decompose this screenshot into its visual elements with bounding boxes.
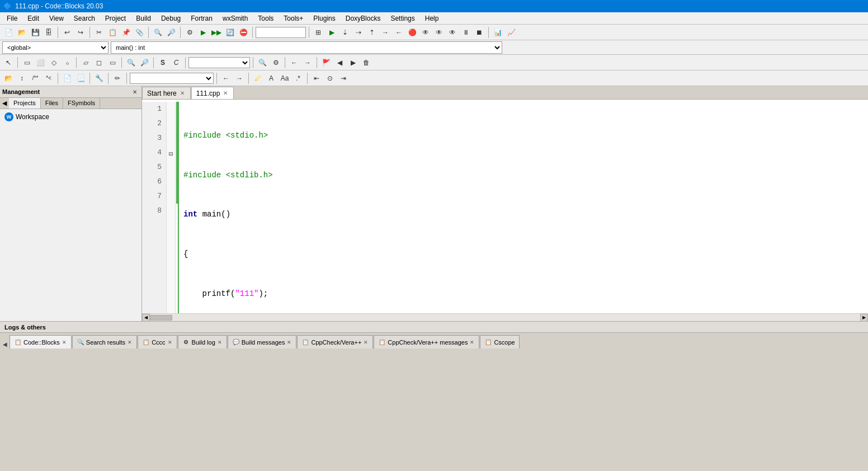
menu-tools-plus[interactable]: Tools+ <box>279 13 308 23</box>
codeblocks-close[interactable]: ✕ <box>62 340 67 345</box>
rect5-btn[interactable]: ▭ <box>106 56 119 69</box>
cccc-close[interactable]: ✕ <box>167 340 173 345</box>
bottom-tab-cccc[interactable]: 📋 Cccc ✕ <box>138 335 177 348</box>
rebuild-button[interactable]: 🔄 <box>224 26 236 39</box>
build-target-select[interactable] <box>256 27 306 38</box>
fold-4[interactable]: ⊟ <box>167 147 175 161</box>
debug-prev-btn[interactable]: ← <box>393 26 405 39</box>
menu-edit[interactable]: Edit <box>23 13 44 23</box>
new-button[interactable]: 📄 <box>2 26 15 39</box>
debug-layout-btn[interactable]: ⊞ <box>312 26 324 39</box>
bold-s-btn[interactable]: S <box>157 56 169 69</box>
copy-button[interactable]: 📋 <box>106 26 119 39</box>
mgmt-tab-files[interactable]: Files <box>41 98 63 109</box>
stop-debug-btn[interactable]: ⏹ <box>473 26 485 39</box>
code-complete-select[interactable] <box>188 57 250 68</box>
rect3-btn[interactable]: ▱ <box>79 56 92 69</box>
style1-btn[interactable]: A <box>265 72 277 84</box>
code-content[interactable]: #include <stdio.h> #include <stdlib.h> i… <box>179 102 868 313</box>
scroll-thumb[interactable] <box>150 315 172 321</box>
debug-step-out-btn[interactable]: ⇡ <box>366 26 378 39</box>
scroll-right[interactable]: ▶ <box>860 314 868 322</box>
bookmark-clear-btn[interactable]: 🗑 <box>360 56 372 69</box>
bookmark-btn[interactable]: 🚩 <box>320 56 332 69</box>
search-results-close[interactable]: ✕ <box>127 340 133 345</box>
code-search-btn[interactable]: 🔍 <box>256 56 268 69</box>
rect-btn[interactable]: ▭ <box>21 56 33 69</box>
extra-select[interactable] <box>130 73 214 84</box>
stop-button[interactable]: ⛔ <box>237 26 249 39</box>
save-all-button[interactable]: 🗄 <box>43 26 55 39</box>
draw-btn[interactable]: ✏ <box>111 72 124 84</box>
bottom-tab-search[interactable]: 🔍 Search results ✕ <box>72 335 137 348</box>
bottom-tab-buildlog[interactable]: ⚙ Build log ✕ <box>178 335 227 348</box>
menu-plugins[interactable]: Plugins <box>309 13 339 23</box>
mgmt-tab-fsymbols[interactable]: FSymbols <box>63 98 100 109</box>
open-button[interactable]: 📂 <box>16 26 28 39</box>
highlight-btn[interactable]: 🖊 <box>252 72 264 84</box>
bottom-tab-codeblocks[interactable]: 📋 Code::Blocks ✕ <box>10 335 72 348</box>
debug-play-btn[interactable]: ▶ <box>326 26 338 39</box>
jump-btn[interactable]: ↕ <box>16 72 28 84</box>
italic-c-btn[interactable]: C <box>170 56 182 69</box>
bottom-tab-buildmsg[interactable]: 💬 Build messages ✕ <box>228 335 297 348</box>
plugin1-btn[interactable]: 📊 <box>492 26 504 39</box>
buildlog-close[interactable]: ✕ <box>217 340 223 345</box>
nav-right-btn[interactable]: ⇥ <box>337 72 350 84</box>
find-button[interactable]: 🔍 <box>152 26 164 39</box>
nav-back-btn[interactable]: ← <box>288 56 300 69</box>
run-button[interactable]: ▶ <box>197 26 209 39</box>
menu-wxsmith[interactable]: wxSmith <box>218 13 252 23</box>
bottom-tab-cscope[interactable]: 📋 Cscope <box>480 335 519 348</box>
page-btn[interactable]: 📄 <box>61 72 73 84</box>
bottom-tab-cppcheck[interactable]: 📋 CppCheck/Vera++ ✕ <box>297 335 373 348</box>
indent-btn[interactable]: ⇤ <box>310 72 323 84</box>
cppcheck-msg-close[interactable]: ✕ <box>469 340 475 345</box>
mgmt-tab-prev[interactable]: ◀ <box>0 98 9 109</box>
comment2-btn[interactable]: *< <box>43 72 55 84</box>
debug-next-btn[interactable]: → <box>379 26 391 39</box>
settings-btn2[interactable]: ⚙ <box>183 26 196 39</box>
menu-fortran[interactable]: Fortran <box>186 13 217 23</box>
arrow-left-btn[interactable]: ← <box>220 72 232 84</box>
save-button[interactable]: 💾 <box>29 26 41 39</box>
mgmt-tab-projects[interactable]: Projects <box>9 98 41 109</box>
diamond2-btn[interactable]: ⬦ <box>61 56 73 69</box>
page2-btn[interactable]: 📃 <box>74 72 87 84</box>
bottom-tab-cppcheck-msg[interactable]: 📋 CppCheck/Vera++ messages ✕ <box>374 335 479 348</box>
menu-doxyblocks[interactable]: DoxyBlocks <box>341 13 385 23</box>
undo-button[interactable]: ↩ <box>61 26 73 39</box>
management-close-btn[interactable]: ✕ <box>130 87 139 96</box>
watch3-btn[interactable]: 👁 <box>446 26 459 39</box>
tab-111cpp[interactable]: 111.cpp ✕ <box>191 87 234 99</box>
menu-search[interactable]: Search <box>69 13 100 23</box>
workspace-item[interactable]: W Workspace <box>2 111 139 123</box>
scope-right-select[interactable]: main() : int <box>111 41 502 54</box>
watch2-btn[interactable]: 👁 <box>433 26 445 39</box>
menu-debug[interactable]: Debug <box>157 13 185 23</box>
wrench-btn[interactable]: 🔧 <box>93 72 105 84</box>
zoom-out-btn[interactable]: 🔎 <box>138 56 150 69</box>
tab-start-here-close[interactable]: ✕ <box>179 90 186 97</box>
tab-start-here[interactable]: Start here ✕ <box>142 87 191 99</box>
find-next-button[interactable]: 🔎 <box>165 26 177 39</box>
debug-step-over-btn[interactable]: ⇢ <box>352 26 365 39</box>
diamond-btn[interactable]: ◇ <box>48 56 60 69</box>
menu-file[interactable]: File <box>2 13 22 23</box>
menu-help[interactable]: Help <box>421 13 444 23</box>
build-run-button[interactable]: ▶▶ <box>210 26 223 39</box>
bookmark-next-btn[interactable]: ▶ <box>347 56 359 69</box>
rounded-rect-btn[interactable]: ⬜ <box>34 56 46 69</box>
scroll-track[interactable] <box>150 315 860 321</box>
bookmark-prev-btn[interactable]: ◀ <box>333 56 346 69</box>
bottom-tabs-prev[interactable]: ◀ <box>1 340 9 348</box>
plugin2-btn[interactable]: 📈 <box>505 26 517 39</box>
paste-special-button[interactable]: 📎 <box>133 26 145 39</box>
editor-scrollbar[interactable]: ◀ ▶ <box>142 313 868 321</box>
comment-btn[interactable]: /** <box>29 72 41 84</box>
menu-view[interactable]: View <box>45 13 68 23</box>
scroll-left[interactable]: ◀ <box>142 314 150 322</box>
breakpoint-btn[interactable]: 🔴 <box>406 26 418 39</box>
match-btn[interactable]: Aa <box>279 72 291 84</box>
cursor-btn[interactable]: ↖ <box>2 56 15 69</box>
